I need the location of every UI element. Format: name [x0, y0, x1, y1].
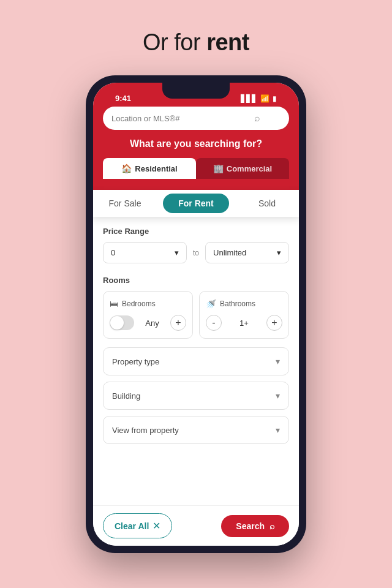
status-icons: ▋▋▋ 📶 ▮ — [241, 94, 277, 103]
building-dropdown[interactable]: Building ▾ — [103, 382, 289, 410]
bedrooms-controls: Any + — [110, 315, 186, 331]
bedrooms-icon: 🛏 — [110, 299, 118, 309]
rooms-grid: 🛏 Bedrooms Any + — [103, 291, 289, 339]
battery-icon: ▮ — [273, 94, 277, 103]
property-type-dropdown[interactable]: Property type ▾ — [103, 347, 289, 375]
signal-icon: ▋▋▋ — [241, 94, 257, 103]
view-dropdown-label: View from property — [112, 426, 179, 435]
search-button[interactable]: Search ⌕ — [221, 515, 289, 537]
bathrooms-controls: - 1+ + — [206, 315, 282, 331]
clear-all-label: Clear All — [115, 521, 149, 531]
search-button-label: Search — [236, 521, 265, 531]
tab-for-sale[interactable]: For Sale — [93, 190, 158, 217]
price-max-value: Unlimited — [213, 248, 246, 257]
bedrooms-toggle[interactable] — [110, 315, 134, 330]
bedrooms-title: 🛏 Bedrooms — [110, 299, 186, 309]
property-type-dropdown-label: Property type — [112, 357, 159, 366]
view-chevron-icon: ▾ — [276, 425, 280, 435]
bathrooms-value: 1+ — [227, 318, 262, 328]
residential-label: Residential — [135, 164, 177, 173]
price-min-select[interactable]: 0 ▾ — [103, 242, 187, 263]
wifi-icon: 📶 — [260, 94, 270, 103]
phone-inner: 9:41 ▋▋▋ 📶 ▮ ⌕ ✕ What are you searching … — [93, 83, 299, 546]
residential-icon: 🏠 — [121, 164, 132, 173]
sale-tabs: For Sale For Rent Sold — [93, 190, 299, 217]
search-bar[interactable]: ⌕ ✕ — [103, 107, 289, 130]
price-min-chevron: ▾ — [175, 248, 179, 257]
tab-commercial[interactable]: 🏢 Commercial — [196, 158, 289, 179]
bathrooms-decrement-button[interactable]: - — [206, 315, 222, 331]
status-time: 9:41 — [115, 94, 131, 103]
bedrooms-increment-button[interactable]: + — [170, 315, 186, 331]
view-dropdown[interactable]: View from property ▾ — [103, 416, 289, 444]
phone-shell: 9:41 ▋▋▋ 📶 ▮ ⌕ ✕ What are you searching … — [86, 75, 306, 553]
clear-all-button[interactable]: Clear All ✕ — [103, 513, 172, 538]
tab-residential[interactable]: 🏠 Residential — [103, 158, 196, 179]
search-button-icon: ⌕ — [270, 521, 274, 531]
bedrooms-value: Any — [139, 318, 165, 328]
bathrooms-increment-button[interactable]: + — [266, 315, 282, 331]
notch — [162, 83, 230, 99]
hero-title: Or for rent — [143, 29, 249, 56]
price-row: 0 ▾ to Unlimited ▾ — [103, 242, 289, 263]
tab-for-rent[interactable]: For Rent — [163, 194, 229, 213]
price-to-label: to — [193, 249, 199, 257]
bathrooms-label: Bathrooms — [220, 300, 255, 308]
price-min-value: 0 — [111, 248, 115, 257]
price-max-chevron: ▾ — [277, 248, 281, 257]
commercial-label: Commercial — [227, 164, 272, 173]
red-header: 9:41 ▋▋▋ 📶 ▮ ⌕ ✕ What are you searching … — [93, 83, 299, 191]
search-question: What are you searching for? — [103, 138, 289, 149]
bathrooms-card: 🚿 Bathrooms - 1+ + — [199, 291, 289, 339]
rooms-section: Rooms 🛏 Bedrooms Any + — [103, 276, 289, 339]
sale-tabs-container: For Sale For Rent Sold — [93, 190, 299, 217]
bathrooms-icon: 🚿 — [206, 299, 216, 309]
main-content: Price Range 0 ▾ to Unlimited ▾ Rooms — [93, 217, 299, 546]
clear-x-icon: ✕ — [153, 520, 160, 532]
close-icon[interactable]: ✕ — [271, 111, 281, 125]
price-range-label: Price Range — [103, 227, 289, 236]
search-icon: ⌕ — [254, 113, 260, 124]
property-type-tabs: 🏠 Residential 🏢 Commercial — [103, 158, 289, 179]
hero-title-plain: Or for — [143, 29, 206, 55]
property-type-chevron-icon: ▾ — [276, 356, 280, 366]
bedrooms-card: 🛏 Bedrooms Any + — [103, 291, 193, 339]
building-dropdown-label: Building — [112, 391, 140, 401]
bedrooms-label: Bedrooms — [122, 300, 156, 308]
building-chevron-icon: ▾ — [276, 391, 280, 401]
search-input[interactable] — [111, 114, 254, 123]
bottom-bar: Clear All ✕ Search ⌕ — [93, 505, 299, 546]
hero-title-bold: rent — [206, 29, 249, 55]
bedrooms-toggle-knob — [110, 316, 124, 330]
tab-sold[interactable]: Sold — [234, 190, 299, 217]
commercial-icon: 🏢 — [213, 164, 224, 173]
bathrooms-title: 🚿 Bathrooms — [206, 299, 282, 309]
price-max-select[interactable]: Unlimited ▾ — [205, 242, 289, 263]
rooms-label: Rooms — [103, 276, 289, 285]
